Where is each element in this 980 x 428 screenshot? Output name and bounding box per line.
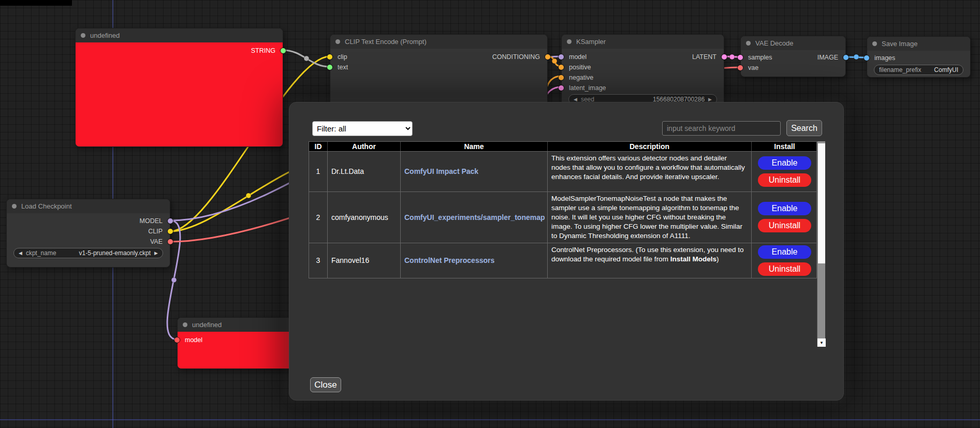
enable-button[interactable]: Enable: [758, 245, 811, 259]
node-titlebar[interactable]: CLIP Text Encode (Prompt): [330, 35, 547, 49]
output-slot-label: VAE: [150, 238, 163, 245]
input-slot-latent-image[interactable]: [559, 85, 564, 91]
link-dot: [246, 193, 251, 198]
input-slot-label: model: [569, 53, 587, 61]
output-slot-vae[interactable]: [168, 239, 173, 244]
arrow-left-icon[interactable]: ◀: [574, 97, 577, 102]
arrow-left-icon[interactable]: ◀: [19, 251, 22, 256]
node-save-image[interactable]: Save Image images filename_prefix ComfyU…: [867, 36, 971, 78]
scrollbar-thumb[interactable]: [818, 143, 825, 263]
output-slot-label: STRING: [251, 47, 275, 54]
node-vae-decode[interactable]: VAE Decode samples IMAGE vae: [740, 36, 846, 77]
node-title: VAE Decode: [755, 39, 793, 47]
output-slot-label: CLIP: [148, 228, 163, 235]
node-title: CLIP Text Encode (Prompt): [345, 38, 427, 46]
output-slot-label: LATENT: [692, 53, 716, 61]
input-slot-samples[interactable]: [738, 55, 743, 60]
output-slot-clip[interactable]: [168, 229, 173, 234]
output-slot-model[interactable]: [168, 218, 173, 224]
node-title: Save Image: [882, 40, 917, 48]
uninstall-button[interactable]: Uninstall: [758, 173, 811, 187]
node-titlebar[interactable]: Save Image: [867, 37, 970, 51]
name-cell: ComfyUI_experiments/sampler_tonemap: [401, 192, 548, 243]
description-bold-text: Install Models: [670, 255, 716, 263]
node-title: Load Checkpoint: [21, 202, 72, 210]
input-slot-label: text: [338, 64, 348, 71]
uninstall-button[interactable]: Uninstall: [758, 262, 811, 276]
scrollbar[interactable]: ▼: [817, 141, 825, 347]
extension-link[interactable]: ComfyUI_experiments/sampler_tonemap: [404, 213, 545, 223]
table-row: 3 Fannovel16 ControlNet Preprocessors Co…: [309, 243, 817, 278]
output-slot-conditioning[interactable]: [545, 54, 550, 60]
input-slot-clip[interactable]: [327, 54, 332, 60]
description-cell: ControlNet Preprocessors. (To use this e…: [548, 243, 752, 278]
node-title: undefined: [90, 32, 120, 39]
node-titlebar[interactable]: VAE Decode: [741, 36, 845, 50]
search-input[interactable]: [662, 121, 781, 136]
collapse-dot-icon[interactable]: [335, 39, 340, 44]
output-slot-string[interactable]: [281, 48, 286, 53]
output-slot-latent[interactable]: [722, 54, 727, 60]
collapse-dot-icon[interactable]: [183, 322, 187, 327]
input-slot-negative[interactable]: [559, 75, 564, 80]
column-header: ID: [309, 142, 328, 151]
table-header-row: ID Author Name Description Install: [309, 141, 817, 152]
install-cell: Enable Uninstall: [752, 152, 817, 191]
arrow-right-icon[interactable]: ▶: [708, 97, 712, 102]
input-slot-label: positive: [569, 64, 591, 71]
input-slot-label: clip: [338, 53, 347, 61]
node-titlebar[interactable]: KSampler: [562, 35, 724, 49]
table-row: 1 Dr.Lt.Data ComfyUI Impact Pack This ex…: [309, 152, 817, 192]
collapse-dot-icon[interactable]: [81, 33, 85, 38]
arrow-right-icon[interactable]: ▶: [154, 251, 158, 256]
input-slot-label: vae: [748, 64, 758, 71]
link-dot: [171, 277, 177, 283]
node-load-checkpoint[interactable]: Load Checkpoint MODEL CLIP VAE ◀ ckpt_na…: [6, 199, 170, 268]
input-slot-model[interactable]: [174, 337, 180, 343]
filename-prefix-widget[interactable]: filename_prefix ComfyUI: [874, 65, 963, 75]
extension-link[interactable]: ControlNet Preprocessors: [404, 256, 494, 265]
node-titlebar[interactable]: Load Checkpoint: [7, 199, 170, 213]
author-cell: Dr.Lt.Data: [328, 152, 401, 191]
collapse-dot-icon[interactable]: [746, 41, 751, 46]
down-arrow-glyph: ▼: [820, 341, 824, 345]
extension-link[interactable]: ComfyUI Impact Pack: [404, 167, 478, 176]
input-slot-positive[interactable]: [559, 65, 564, 70]
enable-button[interactable]: Enable: [758, 202, 811, 215]
id-cell: 1: [309, 152, 328, 191]
enable-button[interactable]: Enable: [758, 156, 811, 170]
widget-value: ComfyUI: [934, 66, 958, 73]
name-cell: ComfyUI Impact Pack: [401, 152, 548, 191]
column-header: Name: [401, 142, 548, 151]
input-slot-label: negative: [569, 74, 593, 81]
input-slot-images[interactable]: [864, 55, 869, 61]
search-button[interactable]: Search: [786, 120, 822, 136]
column-header: Description: [548, 142, 752, 151]
collapse-dot-icon[interactable]: [567, 39, 572, 44]
name-cell: ControlNet Preprocessors: [401, 243, 548, 278]
description-cell: This extension offers various detector n…: [548, 152, 752, 191]
link-dot: [304, 56, 309, 61]
ckpt-name-widget[interactable]: ◀ ckpt_name v1-5-pruned-emaonly.ckpt ▶: [13, 248, 163, 258]
id-cell: 2: [309, 192, 328, 243]
node-undefined-top[interactable]: undefined STRING: [75, 28, 283, 147]
input-slot-label: images: [874, 54, 895, 62]
collapse-dot-icon[interactable]: [12, 204, 17, 209]
close-button[interactable]: Close: [310, 377, 341, 392]
widget-label: ckpt_name: [26, 249, 56, 257]
input-slot-vae[interactable]: [738, 65, 743, 70]
node-title: KSampler: [576, 38, 606, 46]
scroll-down-icon[interactable]: ▼: [817, 338, 826, 347]
table-row: 2 comfyanonymous ComfyUI_experiments/sam…: [309, 192, 817, 243]
input-slot-text[interactable]: [327, 65, 332, 70]
uninstall-button[interactable]: Uninstall: [758, 219, 811, 232]
link-dot: [552, 58, 557, 64]
input-slot-label: samples: [748, 54, 772, 61]
author-cell: Fannovel16: [328, 243, 401, 278]
input-slot-model[interactable]: [559, 54, 564, 60]
collapse-dot-icon[interactable]: [872, 41, 877, 46]
extension-table: ID Author Name Description Install 1 Dr.…: [309, 141, 817, 278]
node-titlebar[interactable]: undefined: [76, 28, 283, 42]
output-slot-image[interactable]: [843, 55, 849, 60]
filter-select[interactable]: Filter: all: [312, 121, 413, 136]
